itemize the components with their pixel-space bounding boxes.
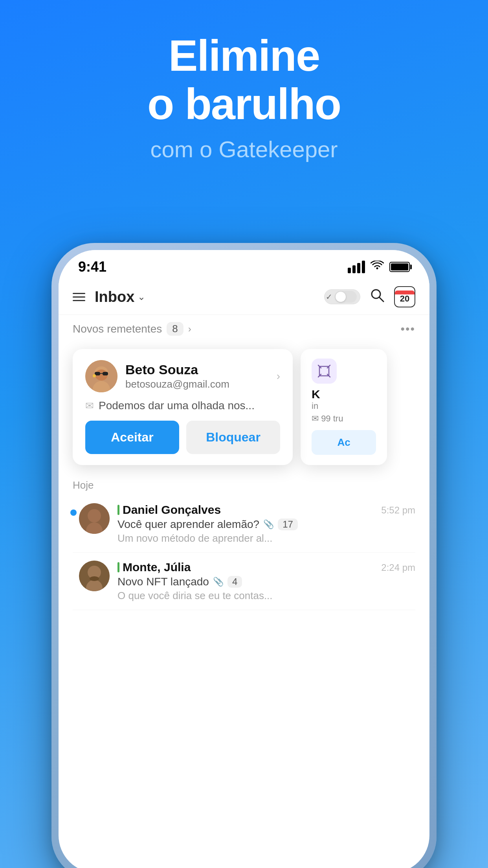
second-accept-button[interactable]: Ac: [312, 430, 376, 455]
email-item[interactable]: Daniel Gonçalves Você quer aprender alem…: [73, 495, 415, 553]
sender-email: betosouza@gmail.com: [125, 378, 269, 390]
inbox-label: Inbox: [95, 289, 134, 305]
hero-title-line2: o barulho: [147, 79, 341, 129]
status-icons: [348, 260, 410, 274]
svg-point-9: [93, 374, 96, 377]
block-button[interactable]: Bloquear: [186, 421, 280, 454]
new-senders-count: 8: [167, 322, 183, 336]
filter-toggle[interactable]: ✓: [324, 289, 360, 304]
toggle-thumb: [336, 292, 346, 302]
gatekeeper-cards-area: Beto Souza betosouza@gmail.com › ✉ Podem…: [59, 343, 429, 473]
sender-info: Beto Souza betosouza@gmail.com: [125, 362, 269, 390]
email-sender-name: Daniel Gonçalves: [117, 503, 364, 517]
email-body: Daniel Gonçalves Você quer aprender alem…: [117, 503, 364, 544]
attachment-icon: 📎: [263, 519, 274, 530]
app-header: Inbox ⌄ ✓: [59, 279, 429, 315]
envelope-icon: ✉: [85, 400, 94, 412]
attachment-icon: 📎: [213, 577, 224, 587]
status-bar: 9:41: [59, 250, 429, 279]
hero-title: Elimine o barulho: [0, 31, 488, 128]
calendar-button[interactable]: 20: [394, 286, 415, 307]
new-senders-bar: Novos remetentes 8 › •••: [59, 315, 429, 343]
message-count-badge: 4: [227, 576, 242, 588]
second-card-name: K: [312, 388, 376, 401]
phone-shell: 9:41: [51, 243, 437, 868]
menu-icon[interactable]: [73, 293, 85, 301]
sender-name-text: Monte, Júlia: [123, 561, 191, 574]
signal-icon: [348, 261, 365, 273]
today-section: Hoje Daniel Gonçalves: [59, 473, 429, 610]
email-preview-text: Um novo método de aprender al...: [117, 532, 322, 544]
accept-button[interactable]: Aceitar: [85, 421, 179, 454]
phone-screen: 9:41: [59, 250, 429, 868]
phone-mockup: 9:41: [51, 243, 437, 868]
hero-subtitle: com o Gatekeeper: [0, 136, 488, 162]
email-subject: Novo NFT lançado: [117, 576, 209, 588]
sender-row: Beto Souza betosouza@gmail.com ›: [85, 360, 280, 392]
inbox-title-row[interactable]: Inbox ⌄: [95, 289, 324, 305]
second-card-count: ✉ 99 tru: [312, 414, 376, 424]
svg-point-16: [88, 509, 101, 522]
sender-name-text: Daniel Gonçalves: [123, 503, 221, 517]
sender-avatar-daniel: [79, 503, 110, 534]
unread-indicator: [70, 509, 77, 516]
second-gatekeeper-card: K in ✉ 99 tru Ac: [301, 349, 387, 465]
email-subject-row: Você quer aprender alemão? 📎 17: [117, 518, 364, 531]
calendar-date: 20: [400, 294, 409, 303]
email-meta: 5:52 pm: [372, 503, 415, 516]
email-preview-row: ✉ Podemos dar uma olhada nos...: [85, 399, 280, 412]
wifi-icon: [371, 260, 384, 274]
today-label: Hoje: [73, 479, 415, 491]
sender-avatar-julia: [79, 561, 110, 591]
second-card-sub: in: [312, 401, 376, 411]
sender-name: Beto Souza: [125, 362, 269, 377]
priority-indicator: [117, 562, 119, 572]
check-icon: ✓: [326, 292, 332, 302]
email-subject-row: Novo NFT lançado 📎 4: [117, 576, 364, 588]
second-card-icon: [312, 359, 337, 384]
email-item[interactable]: Monte, Júlia Novo NFT lançado 📎 4 O que …: [73, 553, 415, 610]
sender-avatar: [85, 360, 117, 392]
priority-indicator: [117, 505, 119, 515]
email-sender-name: Monte, Júlia: [117, 561, 364, 574]
email-preview: Podemos dar uma olhada nos...: [99, 399, 255, 412]
new-senders-label: Novos remetentes: [73, 323, 162, 335]
action-buttons: Aceitar Bloquear: [85, 421, 280, 454]
envelope-icon-small: ✉: [312, 414, 319, 423]
chevron-right-icon: ›: [277, 370, 280, 383]
new-senders-left[interactable]: Novos remetentes 8 ›: [73, 322, 191, 336]
header-right: ✓ 20: [324, 286, 415, 307]
toggle-track: [335, 291, 357, 303]
email-body: Monte, Júlia Novo NFT lançado 📎 4 O que …: [117, 561, 364, 602]
message-count-badge: 17: [278, 519, 298, 530]
email-time: 5:52 pm: [381, 505, 415, 516]
chevron-down-icon: ⌄: [138, 291, 145, 302]
hero-title-line1: Elimine: [169, 31, 319, 80]
svg-point-21: [90, 576, 99, 581]
hero-section: Elimine o barulho com o Gatekeeper: [0, 0, 488, 178]
battery-icon: [389, 262, 410, 272]
svg-line-1: [379, 297, 383, 302]
email-meta: 2:24 pm: [372, 561, 415, 573]
search-button[interactable]: [370, 288, 385, 306]
email-subject: Você quer aprender alemão?: [117, 518, 259, 531]
gatekeeper-card: Beto Souza betosouza@gmail.com › ✉ Podem…: [73, 349, 293, 465]
email-preview-text: O que você diria se eu te contas...: [117, 590, 322, 602]
status-time: 9:41: [78, 259, 106, 275]
svg-rect-7: [103, 372, 108, 375]
email-time: 2:24 pm: [381, 562, 415, 573]
more-options-button[interactable]: •••: [400, 322, 415, 336]
new-senders-arrow-icon: ›: [188, 324, 191, 335]
